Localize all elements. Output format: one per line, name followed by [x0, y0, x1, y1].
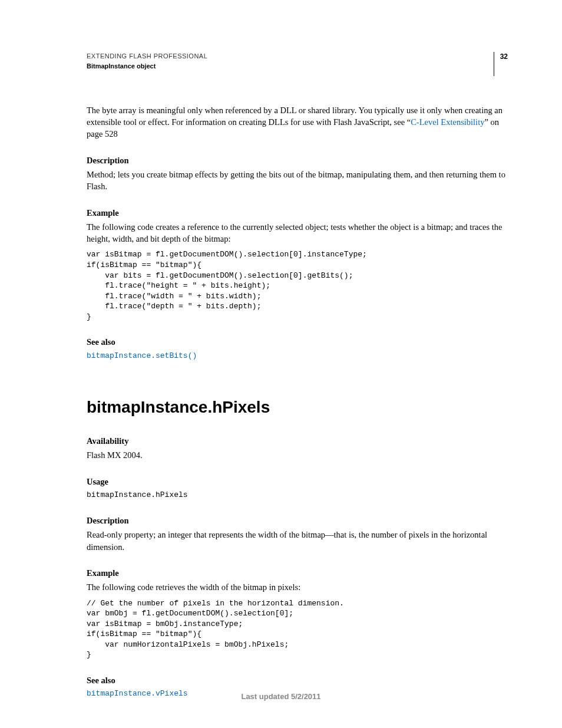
page-footer: Last updated 5/2/2011 [0, 691, 562, 702]
header-left-block: EXTENDING FLASH PROFESSIONAL BitmapInsta… [87, 52, 207, 71]
description-body-2: Read-only property; an integer that repr… [87, 529, 508, 553]
description-heading: Description [87, 154, 508, 166]
description-heading-2: Description [87, 515, 508, 526]
example-body: The following code creates a reference t… [87, 221, 508, 245]
c-level-extensibility-link[interactable]: C-Level Extensibility [411, 117, 484, 127]
intro-paragraph: The byte array is meaningful only when r… [87, 104, 508, 140]
description-body: Method; lets you create bitmap effects b… [87, 169, 508, 193]
example-heading: Example [87, 207, 508, 219]
see-also-heading-2: See also [87, 674, 508, 686]
doc-series-title: EXTENDING FLASH PROFESSIONAL [87, 52, 207, 61]
see-also-heading: See also [87, 336, 508, 348]
availability-body: Flash MX 2004. [87, 449, 508, 461]
example-heading-2: Example [87, 567, 508, 579]
page-number: 32 [494, 52, 508, 76]
example-code-block: var isBitmap = fl.getDocumentDOM().selec… [87, 249, 508, 322]
page-header: EXTENDING FLASH PROFESSIONAL BitmapInsta… [87, 52, 508, 76]
example-body-2: The following code retrieves the width o… [87, 581, 508, 593]
see-also-link-setbits[interactable]: bitmapInstance.setBits() [87, 351, 508, 361]
example-code-block-2: // Get the number of pixels in the horiz… [87, 598, 508, 660]
usage-heading: Usage [87, 476, 508, 487]
page-number-value: 32 [500, 52, 508, 61]
doc-section-title: BitmapInstance object [87, 62, 207, 71]
usage-code: bitmapInstance.hPixels [87, 490, 508, 500]
availability-heading: Availability [87, 435, 508, 447]
last-updated-text: Last updated 5/2/2011 [241, 692, 320, 701]
topic-title-hpixels: bitmapInstance.hPixels [87, 396, 508, 419]
